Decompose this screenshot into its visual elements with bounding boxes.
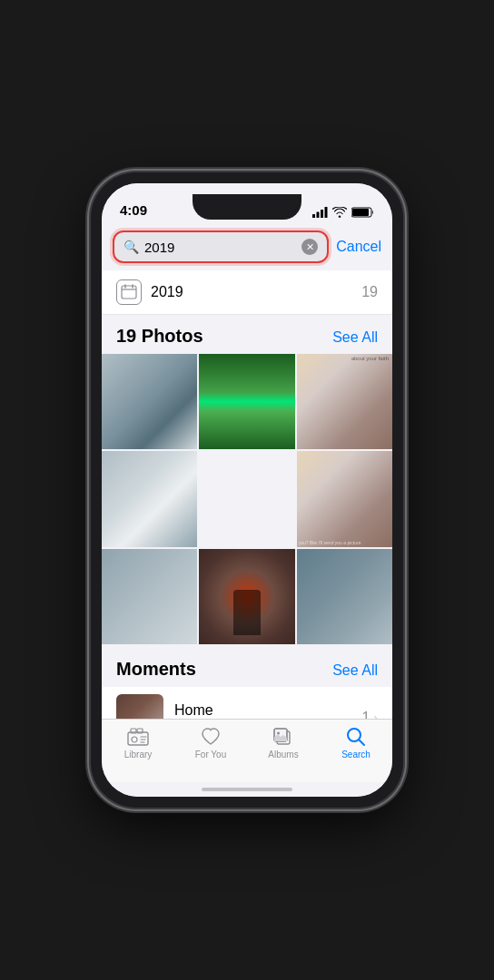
home-bar [202, 788, 292, 791]
status-time: 4:09 [120, 202, 147, 218]
chevron-icon-1: › [373, 710, 378, 719]
svg-point-17 [277, 732, 280, 735]
svg-rect-10 [128, 732, 148, 745]
for-you-icon [199, 727, 222, 747]
photo-message-text: you? Btw I'll send you a picture [299, 540, 361, 545]
svg-point-13 [132, 737, 137, 742]
search-area: 🔍 2019 ✕ Cancel [102, 223, 392, 270]
tab-albums-label: Albums [268, 750, 298, 760]
svg-rect-5 [352, 209, 369, 216]
svg-rect-6 [122, 286, 136, 299]
calendar-icon [116, 279, 142, 305]
year-result-row[interactable]: 2019 19 [102, 270, 392, 315]
svg-rect-3 [325, 207, 328, 218]
notch [193, 194, 301, 220]
wifi-icon [332, 207, 347, 218]
tab-bar: Library For You [102, 719, 392, 782]
search-clear-button[interactable]: ✕ [301, 239, 318, 255]
photo-cell-8[interactable] [297, 549, 392, 644]
library-icon [126, 727, 150, 747]
clear-icon: ✕ [306, 241, 314, 253]
tab-library-label: Library [124, 750, 153, 760]
search-icon: 🔍 [124, 240, 139, 254]
albums-icon [272, 727, 295, 747]
moment-count-value-1: 1 [361, 710, 370, 719]
svg-rect-0 [312, 214, 315, 218]
photo-cell-1[interactable] [102, 354, 197, 449]
photo-grid: about your faith you? Btw I'll send you … [102, 354, 392, 644]
search-bar[interactable]: 🔍 2019 ✕ [113, 230, 329, 263]
search-tab-icon [344, 727, 368, 747]
moments-see-all-button[interactable]: See All [332, 662, 378, 679]
content-area: 2019 19 19 Photos See All about y [102, 270, 392, 719]
phone-screen: 4:09 [102, 183, 392, 797]
phone-frame: 4:09 [91, 172, 403, 808]
home-indicator[interactable] [102, 782, 392, 797]
tab-albums[interactable]: Albums [247, 727, 320, 760]
battery-icon [351, 207, 374, 218]
photo-cell-2[interactable] [199, 354, 294, 449]
year-result-label: 2019 [151, 284, 352, 300]
moment-thumb-1 [116, 694, 163, 719]
photos-section-title: 19 Photos [116, 326, 203, 347]
moments-section-header: Moments See All [102, 644, 392, 687]
year-result-count: 19 [361, 284, 378, 300]
photos-section-header: 19 Photos See All [102, 315, 392, 354]
moment-name-1: Home [174, 702, 351, 719]
photo-cell-4[interactable] [102, 451, 197, 546]
photos-see-all-button[interactable]: See All [332, 329, 378, 346]
svg-rect-2 [321, 210, 323, 218]
photo-cell-3[interactable]: about your faith [297, 354, 392, 449]
moments-title: Moments [116, 659, 196, 680]
person-figure [233, 590, 261, 635]
tab-search[interactable]: Search [320, 727, 392, 760]
photo-cell-7[interactable] [199, 549, 294, 644]
tab-library[interactable]: Library [102, 727, 174, 760]
photo-cell-5[interactable]: you? Btw I'll send you a picture [297, 451, 392, 546]
moment-row-1[interactable]: Home Dec 9, 2019 1 › [102, 687, 392, 719]
photo-overlay-text: about your faith [351, 356, 389, 362]
search-query-text: 2019 [144, 240, 296, 255]
photo-cell-6[interactable] [102, 549, 197, 644]
tab-for-you[interactable]: For You [174, 727, 247, 760]
status-icons [312, 207, 374, 218]
tab-search-label: Search [341, 750, 370, 760]
signal-icon [312, 207, 328, 218]
moments-section: Moments See All Home Dec 9, 2019 1 › [102, 644, 392, 719]
tab-for-you-label: For You [195, 750, 226, 760]
cancel-button[interactable]: Cancel [336, 239, 381, 255]
moment-count-1: 1 › [361, 710, 378, 719]
moment-info-1: Home Dec 9, 2019 [174, 702, 351, 719]
svg-line-19 [359, 740, 364, 745]
svg-rect-1 [317, 212, 320, 219]
search-bar-wrapper: 🔍 2019 ✕ [113, 230, 329, 263]
